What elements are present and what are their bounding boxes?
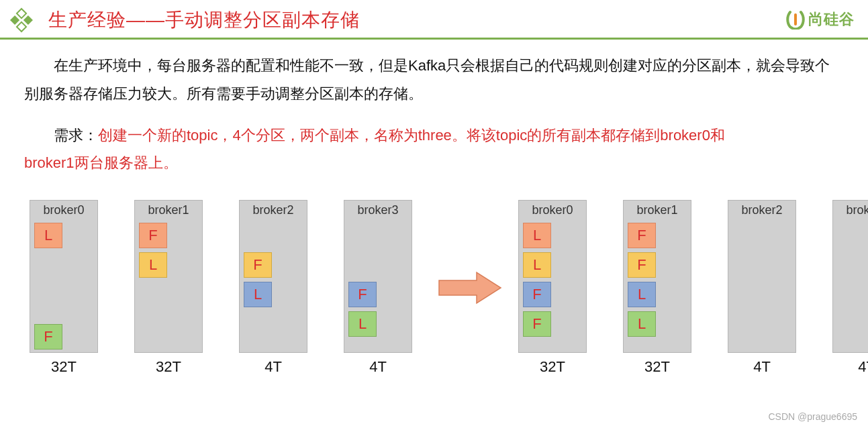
brand-text: 尚硅谷: [808, 9, 855, 30]
replica-badge: F: [523, 311, 551, 337]
svg-rect-1: [23, 15, 33, 25]
broker-column: broker3FL4T: [344, 200, 412, 376]
watermark-text: CSDN @prague6695: [768, 411, 857, 422]
broker-column: broker1FFLL32T: [623, 200, 691, 376]
empty-slot: [244, 311, 303, 337]
brand-logo: 尚硅谷: [785, 9, 855, 30]
disk-size-label: 4T: [858, 358, 868, 376]
disk-size-label: 4T: [753, 358, 771, 376]
svg-rect-2: [10, 15, 19, 25]
replica-badge: L: [348, 311, 377, 337]
broker-box: broker1FFLL: [623, 200, 691, 353]
broker-name-label: broker1: [628, 203, 687, 217]
requirement-text-1: 创建一个新的topic，4个分区，两个副本，名称为three。将该topic的所…: [98, 127, 725, 144]
broker-column: broker1FL32T: [134, 200, 203, 376]
empty-slot: [244, 223, 303, 248]
page-title: 生产经验——手动调整分区副本存储: [48, 7, 360, 33]
broker-name-label: broker3: [837, 203, 868, 217]
broker-name-label: broker2: [732, 203, 791, 217]
replica-badge: L: [628, 282, 656, 307]
broker-name-label: broker0: [34, 203, 93, 217]
empty-slot: [348, 223, 407, 248]
broker-box: broker2FL: [239, 200, 307, 353]
broker-column: broker2FL4T: [239, 200, 307, 376]
replica-badge: F: [628, 252, 656, 278]
empty-slot: [139, 282, 198, 307]
brand-mark-icon: [785, 9, 806, 30]
broker-box: broker1FL: [134, 200, 203, 353]
replica-badge: F: [244, 252, 272, 278]
broker-name-label: broker2: [244, 203, 303, 217]
disk-size-label: 4T: [264, 358, 282, 376]
empty-slot: [348, 252, 407, 278]
broker-column: broker0LF32T: [30, 200, 98, 376]
broker-box: broker3: [832, 200, 868, 353]
broker-name-label: broker0: [523, 203, 582, 217]
broker-column: broker34T: [832, 200, 868, 376]
arrow-transition: [438, 270, 502, 306]
disk-size-label: 32T: [540, 358, 565, 376]
replica-badge: L: [523, 223, 551, 248]
svg-rect-0: [17, 9, 26, 18]
disk-size-label: 32T: [51, 358, 77, 376]
intro-paragraph: 在生产环境中，每台服务器的配置和性能不一致，但是Kafka只会根据自己的代码规则…: [24, 52, 844, 108]
disk-size-label: 32T: [156, 358, 181, 376]
content-area: 在生产环境中，每台服务器的配置和性能不一致，但是Kafka只会根据自己的代码规则…: [0, 40, 868, 376]
disk-size-label: 4T: [369, 358, 387, 376]
replica-badge: L: [139, 252, 167, 278]
replica-badge: L: [523, 252, 551, 278]
broker-box: broker0LF: [30, 200, 98, 353]
replica-badge: F: [523, 282, 551, 307]
replica-badge: F: [34, 324, 62, 350]
svg-marker-4: [439, 272, 501, 303]
diagram-area: broker0LF32Tbroker1FL32Tbroker2FL4Tbroke…: [24, 200, 844, 376]
broker-name-label: broker3: [348, 203, 407, 217]
svg-rect-3: [17, 22, 26, 32]
broker-group-after: broker0LLFF32Tbroker1FFLL32Tbroker24Tbro…: [518, 200, 868, 376]
replica-badge: F: [628, 223, 656, 248]
broker-group-before: broker0LF32Tbroker1FL32Tbroker2FL4Tbroke…: [30, 200, 412, 376]
replica-badge: L: [34, 223, 62, 248]
empty-slot: [139, 311, 198, 337]
replica-badge: L: [244, 282, 272, 307]
replica-badge: L: [628, 311, 656, 337]
arrow-right-icon: [438, 270, 502, 306]
replica-badge: F: [139, 223, 167, 248]
requirement-line-2: broker1两台服务器上。: [24, 149, 844, 177]
disk-size-label: 32T: [644, 358, 670, 376]
broker-box: broker0LLFF: [518, 200, 587, 353]
broker-column: broker0LLFF32T: [518, 200, 587, 376]
broker-column: broker24T: [728, 200, 796, 376]
replica-badge: F: [348, 282, 377, 307]
requirement-label: 需求：: [54, 127, 98, 144]
broker-name-label: broker1: [139, 203, 198, 217]
broker-box: broker3FL: [344, 200, 412, 353]
spacer: [34, 252, 93, 320]
requirement-line-1: 需求：创建一个新的topic，4个分区，两个副本，名称为three。将该topi…: [24, 121, 844, 150]
slide-logo-icon: [8, 7, 35, 34]
header-bar: 生产经验——手动调整分区副本存储 尚硅谷: [0, 0, 868, 40]
broker-box: broker2: [728, 200, 796, 353]
